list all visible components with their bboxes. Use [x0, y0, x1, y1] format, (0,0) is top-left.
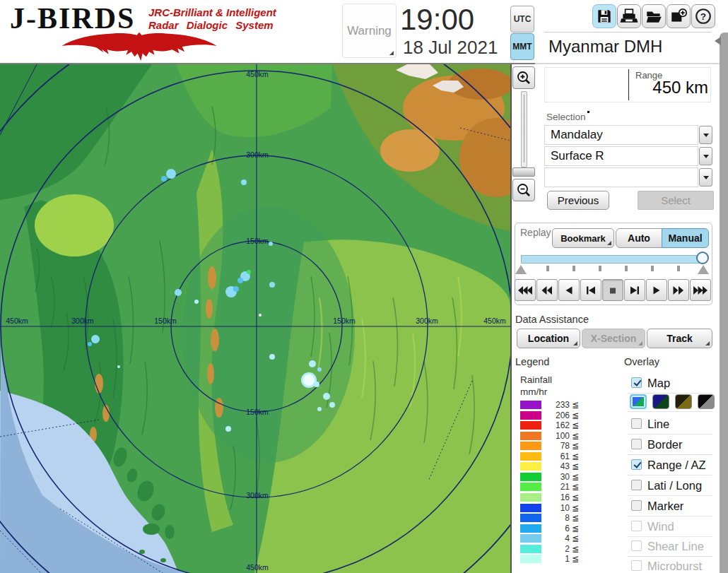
data-assistance-label: Data Assistance [515, 314, 589, 325]
warning-button[interactable]: Warning [342, 4, 397, 58]
replay-slider-track[interactable] [521, 255, 703, 264]
overlay-item-map: Map [628, 374, 712, 394]
selection-dropdown-2[interactable] [544, 167, 698, 187]
zoom-slider-track[interactable] [521, 91, 527, 167]
legend-comparator: ≦ [572, 533, 579, 543]
legend-color-swatch [520, 473, 541, 481]
x-section-button[interactable]: X-Section [582, 329, 645, 348]
timezone-button-label: MMT [512, 42, 532, 52]
legend-row: 61≦ [520, 451, 579, 461]
fastest-forward-button[interactable] [690, 279, 711, 301]
legend-value: 16 [541, 492, 570, 502]
map-style-olive-swatch[interactable] [675, 394, 692, 409]
magnifier-minus-icon [515, 182, 532, 199]
button-label: Location [528, 333, 569, 344]
slider-tick [599, 266, 601, 271]
app-logo-title: J-BIRDS [10, 1, 135, 35]
selection-dropdown-1[interactable]: Surface R [544, 146, 698, 166]
svg-text:150km: 150km [333, 317, 356, 325]
overlay-checkbox-border[interactable] [631, 439, 642, 449]
legend-color-swatch [520, 442, 541, 450]
open-folder-icon [645, 7, 663, 25]
panel-scrollbar[interactable] [720, 33, 728, 573]
select-button-label: Select [661, 194, 691, 206]
map-style-navy-darkgreen-swatch[interactable] [652, 394, 669, 409]
legend-section-label: Legend [515, 356, 549, 367]
legend-row: 30≦ [520, 472, 579, 481]
svg-text:300km: 300km [416, 317, 438, 325]
add-image-button[interactable] [667, 4, 691, 28]
double-left-icon [539, 285, 555, 295]
overlay-checkbox-lati-long[interactable] [631, 480, 642, 490]
print-button[interactable] [617, 4, 641, 28]
timezone-button-mmt[interactable]: MMT [510, 33, 534, 60]
print-icon [620, 7, 638, 25]
overlay-checkbox-marker[interactable] [631, 500, 642, 511]
legend-comparator: ≦ [572, 441, 579, 451]
legend-value: 6 [541, 524, 570, 533]
overlay-checkbox-microburst [631, 560, 642, 571]
overlay-checkbox-map[interactable] [631, 377, 642, 388]
legend-row: 21≦ [520, 482, 579, 491]
triple-left-icon [517, 285, 533, 295]
overlay-checkbox-range-az[interactable] [631, 459, 642, 470]
zoom-slider-handle[interactable] [512, 167, 535, 177]
location-button[interactable]: Location [517, 329, 580, 348]
map-style-blue-green-swatch[interactable] [630, 394, 647, 409]
play-backward-button[interactable] [558, 279, 580, 301]
legend-comparator: ≦ [572, 544, 579, 554]
map-edge-border [510, 64, 512, 573]
legend-comparator: ≦ [572, 400, 579, 410]
bookmark-button-label: Bookmark [560, 233, 606, 244]
map-style-grayscale-swatch[interactable] [698, 394, 715, 409]
timezone-button-utc[interactable]: UTC [510, 6, 534, 33]
dropdown-arrow-icon[interactable] [699, 147, 712, 165]
legend-row: 8≦ [520, 513, 579, 522]
legend-value: 162 [541, 420, 570, 430]
legend-row: 162≦ [520, 420, 579, 430]
replay-slider-handle[interactable] [696, 252, 709, 264]
logo-tagline-2: Radar Dialogic System [148, 19, 274, 31]
select-button[interactable]: Select [638, 191, 714, 210]
open-folder-button[interactable] [642, 4, 666, 28]
manual-mode-button[interactable]: Manual [662, 228, 709, 248]
legend-value: 206 [541, 410, 570, 420]
svg-text:?: ? [700, 11, 706, 22]
fastest-rewind-button[interactable] [515, 279, 536, 301]
auto-mode-button[interactable]: Auto [616, 228, 662, 248]
magnifier-plus-icon [515, 69, 532, 86]
legend-value: 233 [541, 400, 570, 410]
legend-value: 10 [541, 503, 570, 513]
stop-button[interactable] [602, 279, 623, 301]
jbirds-application-window: J-BIRDS JRC-Brilliant & Intelligent Rada… [0, 0, 728, 573]
clock-date: 18 Jul 2021 [403, 37, 498, 59]
radar-map-viewport[interactable]: 450km300km150km150km300km450km450km300km… [0, 64, 510, 573]
legend-title-rainfall: Rainfall [520, 374, 552, 385]
save-button[interactable] [592, 4, 616, 28]
manual-button-label: Manual [668, 232, 702, 244]
help-icon: ? [694, 7, 712, 25]
step-backward-button[interactable] [580, 279, 601, 301]
step-forward-button[interactable] [624, 279, 645, 301]
fast-forward-button[interactable] [668, 279, 689, 301]
bookmark-button[interactable]: Bookmark [552, 228, 614, 248]
play-forward-button[interactable] [646, 279, 667, 301]
zoom-out-button[interactable] [512, 179, 535, 201]
replay-label: Replay [520, 227, 551, 238]
legend-value: 4 [541, 533, 570, 543]
dropdown-arrow-icon[interactable] [699, 168, 712, 187]
fast-rewind-button[interactable] [536, 279, 558, 301]
replay-start-marker [515, 265, 527, 274]
selection-dropdown-0[interactable]: Mandalay [544, 125, 698, 145]
panel-collapse-arrow-icon[interactable] [715, 37, 721, 45]
overlay-item-marker: Marker [628, 497, 712, 516]
overlay-checkbox-line[interactable] [631, 418, 642, 429]
previous-button[interactable]: Previous [547, 191, 609, 210]
legend-value: 100 [541, 431, 570, 441]
replay-end-marker [698, 265, 709, 274]
zoom-in-button[interactable] [512, 66, 535, 89]
track-button[interactable]: Track [647, 329, 712, 348]
help-button[interactable]: ? [691, 4, 715, 28]
dropdown-arrow-icon[interactable] [699, 126, 712, 144]
slider-tick [546, 266, 549, 271]
